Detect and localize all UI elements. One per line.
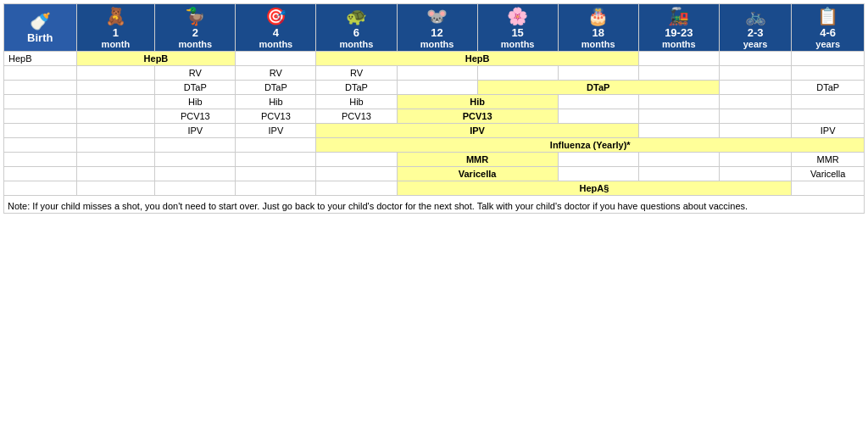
note-text: Note: If your child misses a shot, you d… xyxy=(8,201,748,211)
rv-row: RV RV RV xyxy=(4,66,865,81)
hepb-row: HepB HepB HepB xyxy=(4,52,865,66)
rv-12m-empty xyxy=(397,66,477,81)
6months-icon: 🐢 xyxy=(319,6,393,26)
dtap-row: DTaP DTaP DTaP DTaP DTaP xyxy=(4,81,865,95)
header-birth: 🍼 Birth xyxy=(4,4,77,52)
hib-1923m-empty xyxy=(638,95,719,109)
varicella-1923m-empty xyxy=(638,167,719,181)
header-15months: 🌸 15 months xyxy=(477,4,558,52)
varicella-12-15m: Varicella xyxy=(397,167,558,181)
23years-num: 2-3 xyxy=(722,26,789,39)
46years-num: 4-6 xyxy=(794,26,861,39)
18months-icon: 🎂 xyxy=(561,6,636,26)
pcv13-6m: PCV13 xyxy=(316,109,397,124)
dtap-4m: DTaP xyxy=(236,81,316,95)
influenza-row: Influenza (Yearly)* xyxy=(4,138,865,153)
influenza-birth-empty xyxy=(4,138,77,153)
note-row: Note: If your child misses a shot, you d… xyxy=(4,196,865,214)
15months-label: months xyxy=(481,39,555,49)
header-46years: 📋 4-6 years xyxy=(792,4,865,52)
hib-6m: Hib xyxy=(316,95,397,109)
hepa-46y-empty xyxy=(792,181,865,196)
hepb-46y-empty xyxy=(792,52,865,66)
pcv13-row: PCV13 PCV13 PCV13 PCV13 xyxy=(4,109,865,124)
schedule-note: Note: If your child misses a shot, you d… xyxy=(4,196,865,214)
mmr-1m-empty xyxy=(76,153,155,167)
header-23years: 🚲 2-3 years xyxy=(719,4,792,52)
15months-num: 15 xyxy=(481,26,555,39)
hib-23y-empty xyxy=(719,95,792,109)
hepa-birth-empty xyxy=(4,181,77,196)
18months-label: months xyxy=(561,39,636,49)
4months-num: 4 xyxy=(238,26,313,39)
dtap-1m-empty xyxy=(76,81,155,95)
hepa-row: HepA§ xyxy=(4,181,865,196)
mmr-row: MMR MMR xyxy=(4,153,865,167)
1month-label: month xyxy=(80,39,153,49)
header-18months: 🎂 18 months xyxy=(558,4,638,52)
header-12months: 🐭 12 months xyxy=(397,4,477,52)
hepb-4m-empty xyxy=(236,52,316,66)
birth-label: Birth xyxy=(7,31,74,44)
hib-18m-empty xyxy=(558,95,638,109)
rv-birth-empty xyxy=(4,66,77,81)
rv-23y-empty xyxy=(719,66,792,81)
pcv13-23y-empty xyxy=(719,109,792,124)
mmr-18m-empty xyxy=(558,153,638,167)
4months-icon: 🎯 xyxy=(238,6,313,26)
ipv-46y: IPV xyxy=(792,124,865,138)
6months-label: months xyxy=(319,39,393,49)
mmr-birth-empty xyxy=(4,153,77,167)
mmr-23y-empty xyxy=(719,153,792,167)
influenza-6m-46y: Influenza (Yearly)* xyxy=(316,138,865,153)
varicella-row: Varicella Varicella xyxy=(4,167,865,181)
varicella-23y-empty xyxy=(719,167,792,181)
2months-num: 2 xyxy=(158,26,232,39)
hepb-1-2m: HepB xyxy=(76,52,236,66)
mmr-4m-empty xyxy=(236,153,316,167)
header-1month: 🧸 1 month xyxy=(76,4,155,52)
46years-icon: 📋 xyxy=(794,6,861,26)
dtap-birth-empty xyxy=(4,81,77,95)
hepb-23y-empty xyxy=(719,52,792,66)
1923months-label: months xyxy=(642,39,716,49)
1923months-icon: 🚂 xyxy=(642,6,716,26)
2months-label: months xyxy=(158,39,232,49)
varicella-6m-empty xyxy=(316,167,397,181)
ipv-1m-empty xyxy=(76,124,155,138)
18months-num: 18 xyxy=(561,26,636,39)
mmr-6m-empty xyxy=(316,153,397,167)
6months-num: 6 xyxy=(319,26,393,39)
1923months-num: 19-23 xyxy=(642,26,716,39)
varicella-4m-empty xyxy=(236,167,316,181)
hib-4m: Hib xyxy=(236,95,316,109)
hepa-12-1923m: HepA§ xyxy=(397,181,792,196)
ipv-row: IPV IPV IPV IPV xyxy=(4,124,865,138)
pcv13-12-15m: PCV13 xyxy=(397,109,558,124)
23years-icon: 🚲 xyxy=(722,6,789,26)
influenza-4m-empty xyxy=(236,138,316,153)
rv-15m-empty xyxy=(477,66,558,81)
hepb-1923m-empty xyxy=(638,52,719,66)
ipv-1923m-empty xyxy=(638,124,719,138)
46years-label: years xyxy=(794,39,861,49)
4months-label: months xyxy=(238,39,313,49)
hib-row: Hib Hib Hib Hib xyxy=(4,95,865,109)
pcv13-2m: PCV13 xyxy=(155,109,236,124)
hepa-4m-empty xyxy=(236,181,316,196)
rv-1923m-empty xyxy=(638,66,719,81)
varicella-46y: Varicella xyxy=(792,167,865,181)
header-4months: 🎯 4 months xyxy=(236,4,316,52)
12months-icon: 🐭 xyxy=(400,6,475,26)
varicella-1m-empty xyxy=(76,167,155,181)
12months-label: months xyxy=(400,39,475,49)
15months-icon: 🌸 xyxy=(481,6,555,26)
ipv-6-18m: IPV xyxy=(316,124,638,138)
varicella-birth-empty xyxy=(4,167,77,181)
ipv-23y-empty xyxy=(719,124,792,138)
hib-birth-empty xyxy=(4,95,77,109)
ipv-birth-empty xyxy=(4,124,77,138)
2months-icon: 🦆 xyxy=(158,6,232,26)
ipv-2m: IPV xyxy=(155,124,236,138)
birth-icon: 🍼 xyxy=(7,11,74,31)
